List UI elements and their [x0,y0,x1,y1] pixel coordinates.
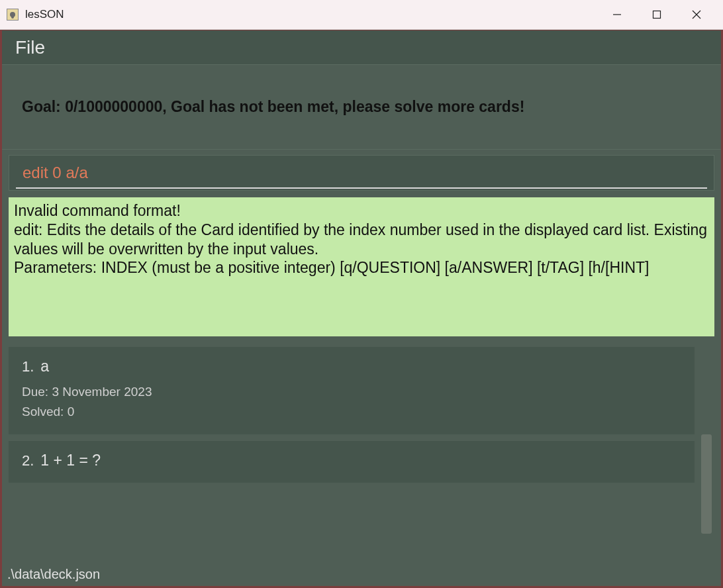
card-solved: Solved: 0 [22,402,681,422]
menu-file[interactable]: File [15,37,45,58]
card-index: 1. [22,358,34,375]
card-question: a [40,358,49,375]
menubar: File [2,30,721,65]
window-title: lesSON [25,8,597,21]
goal-banner: Goal: 0/1000000000, Goal has not been me… [2,65,721,150]
command-input[interactable] [23,164,700,182]
close-button[interactable] [677,0,716,30]
card-header: 1. a [22,358,681,375]
card-question: 1 + 1 = ? [40,452,101,469]
window-titlebar: lesSON [0,0,723,30]
card-item[interactable]: 2. 1 + 1 = ? [9,441,695,483]
status-bar: .\data\deck.json [7,567,100,582]
card-list[interactable]: 1. a Due: 3 November 2023 Solved: 0 2. 1… [9,347,714,495]
app-icon [7,9,19,21]
card-index: 2. [22,452,34,469]
app-body: File Goal: 0/1000000000, Goal has not be… [0,30,723,588]
feedback-text: Invalid command format! edit: Edits the … [14,202,712,276]
minimize-button[interactable] [597,0,637,30]
feedback-box: Invalid command format! edit: Edits the … [9,197,714,336]
command-box [9,155,714,191]
card-due: Due: 3 November 2023 [22,382,681,402]
maximize-button[interactable] [637,0,677,30]
window-controls [597,0,716,30]
card-item[interactable]: 1. a Due: 3 November 2023 Solved: 0 [9,347,695,434]
card-header: 2. 1 + 1 = ? [22,452,681,469]
scrollbar-thumb[interactable] [701,434,712,534]
goal-text: Goal: 0/1000000000, Goal has not been me… [22,98,701,116]
svg-rect-1 [653,11,661,19]
